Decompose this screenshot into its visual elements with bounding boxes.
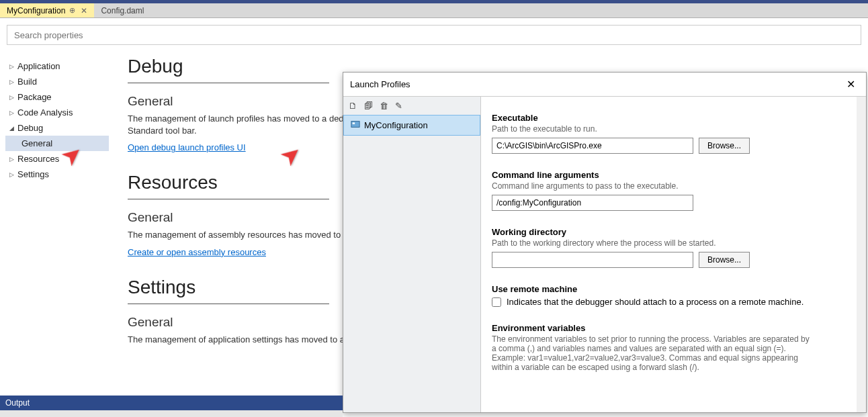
sidebar-item-label: Build [17,77,37,87]
workdir-label: Working directory [492,227,855,237]
browse-workdir-button[interactable]: Browse... [699,252,750,268]
remote-label: Use remote machine [492,284,855,294]
tab-label: Config.daml [101,6,144,15]
svg-rect-1 [353,122,355,124]
output-panel-body [0,410,343,417]
sidebar-item-label: Settings [17,169,49,179]
section-divider [128,304,329,304]
launch-profiles-dialog: Launch Profiles ✕ 🗋 🗐 🗑 ✎ MyConfiguratio… [343,72,867,413]
executable-label: Executable [492,113,855,123]
args-input[interactable] [492,195,693,211]
chevron-right-icon: ▷ [9,94,17,101]
executable-icon [351,120,360,131]
executable-hint: Path to the executable to run. [492,124,855,134]
sidebar-item-build[interactable]: ▷Build [5,74,109,89]
profile-settings-panel: Executable Path to the executable to run… [481,97,866,412]
args-label: Command line arguments [492,170,855,180]
delete-profile-icon[interactable]: 🗑 [380,101,388,111]
tab-config-daml[interactable]: Config.daml [94,3,150,17]
executable-input[interactable] [492,138,693,154]
sidebar-item-label: Resources [17,154,59,164]
search-input[interactable] [7,25,861,45]
close-icon[interactable]: ✕ [81,6,87,15]
document-tabs: MyConfiguration ⊕ ✕ Config.daml [0,3,868,18]
sidebar-item-package[interactable]: ▷Package [5,89,109,105]
sidebar-item-debug-general[interactable]: General [5,136,109,151]
dialog-title: Launch Profiles [350,79,410,89]
chevron-right-icon: ▷ [9,109,17,116]
sidebar-item-application[interactable]: ▷Application [5,58,109,74]
section-divider [128,199,329,199]
tab-myconfiguration[interactable]: MyConfiguration ⊕ ✕ [0,3,94,17]
sidebar-item-label: Debug [17,123,43,133]
args-hint: Command line arguments to pass to the ex… [492,181,855,191]
scrollbar[interactable] [857,97,866,412]
section-divider [128,83,329,83]
sidebar-item-resources[interactable]: ▷Resources [5,151,109,167]
chevron-right-icon: ▷ [9,171,17,178]
new-profile-icon[interactable]: 🗋 [349,101,357,111]
close-icon[interactable]: ✕ [842,77,859,92]
dialog-titlebar: Launch Profiles ✕ [343,73,866,96]
pin-icon[interactable]: ⊕ [69,6,75,15]
sidebar-item-code-analysis[interactable]: ▷Code Analysis [5,105,109,120]
profiles-panel: 🗋 🗐 🗑 ✎ MyConfiguration [343,97,481,412]
chevron-down-icon: ◢ [9,125,17,132]
remote-desc: Indicates that the debugger should attac… [507,297,804,307]
chevron-right-icon: ▷ [9,79,17,85]
duplicate-profile-icon[interactable]: 🗐 [364,101,373,111]
sidebar-item-label: Code Analysis [17,107,73,118]
env-label: Environment variables [492,323,855,333]
profile-item-myconfiguration[interactable]: MyConfiguration [343,115,480,136]
rename-profile-icon[interactable]: ✎ [395,101,402,111]
tab-label: MyConfiguration [7,6,65,15]
profile-item-label: MyConfiguration [364,120,428,130]
open-launch-profiles-link[interactable]: Open debug launch profiles UI [128,142,246,152]
workdir-hint: Path to the working directory where the … [492,238,855,248]
chevron-right-icon: ▷ [9,156,17,163]
chevron-right-icon: ▷ [9,63,17,70]
output-label: Output [5,398,30,408]
properties-sidebar: ▷Application ▷Build ▷Package ▷Code Analy… [0,52,114,408]
sidebar-item-settings[interactable]: ▷Settings [5,167,109,182]
output-panel-header[interactable]: Output [0,396,343,410]
sidebar-item-label: Application [17,61,60,71]
search-bar [7,25,861,45]
sidebar-item-debug[interactable]: ◢Debug [5,120,109,136]
browse-executable-button[interactable]: Browse... [699,138,750,154]
remote-checkbox[interactable] [492,297,501,307]
profiles-toolbar: 🗋 🗐 🗑 ✎ [343,97,480,115]
env-hint: The environment variables to set prior t… [492,334,814,372]
open-resources-link[interactable]: Create or open assembly resources [128,247,266,257]
sidebar-item-label: General [21,138,52,148]
workdir-input[interactable] [492,252,693,268]
sidebar-item-label: Package [17,92,52,102]
